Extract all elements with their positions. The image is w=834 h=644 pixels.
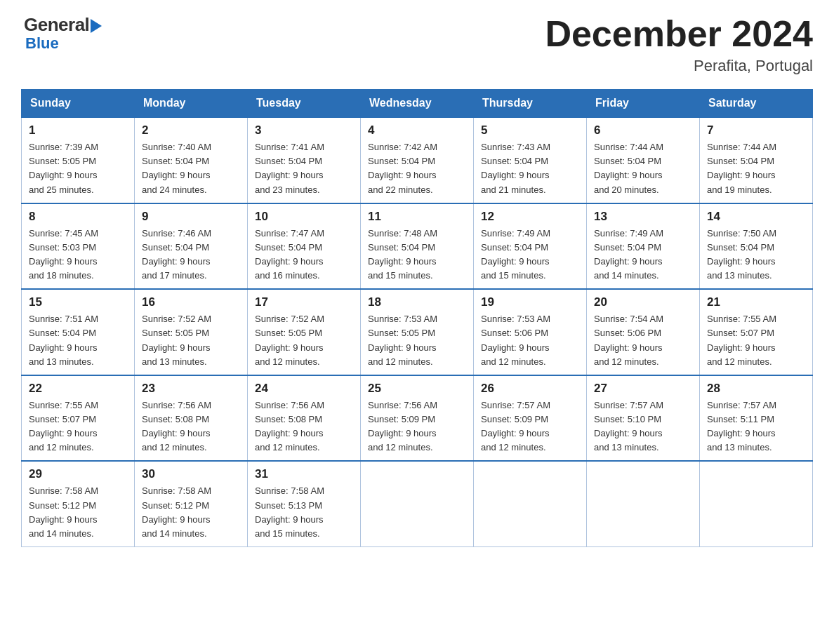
day-info: Sunrise: 7:53 AMSunset: 5:05 PMDaylight:… bbox=[368, 312, 466, 369]
day-number: 19 bbox=[481, 295, 579, 309]
calendar-cell: 17Sunrise: 7:52 AMSunset: 5:05 PMDayligh… bbox=[248, 289, 361, 375]
day-info: Sunrise: 7:48 AMSunset: 5:04 PMDaylight:… bbox=[368, 227, 466, 283]
day-number: 28 bbox=[707, 382, 805, 396]
calendar-cell: 18Sunrise: 7:53 AMSunset: 5:05 PMDayligh… bbox=[361, 289, 474, 375]
calendar-cell: 28Sunrise: 7:57 AMSunset: 5:11 PMDayligh… bbox=[700, 375, 813, 462]
day-number: 9 bbox=[142, 210, 240, 224]
week-row-3: 15Sunrise: 7:51 AMSunset: 5:04 PMDayligh… bbox=[22, 289, 813, 375]
day-number: 17 bbox=[255, 295, 353, 309]
calendar-cell: 24Sunrise: 7:56 AMSunset: 5:08 PMDayligh… bbox=[248, 375, 361, 462]
calendar-cell: 27Sunrise: 7:57 AMSunset: 5:10 PMDayligh… bbox=[587, 375, 700, 462]
location-subtitle: Perafita, Portugal bbox=[545, 57, 813, 75]
day-number: 31 bbox=[255, 467, 353, 481]
calendar-cell: 22Sunrise: 7:55 AMSunset: 5:07 PMDayligh… bbox=[22, 375, 135, 462]
day-info: Sunrise: 7:52 AMSunset: 5:05 PMDaylight:… bbox=[142, 312, 240, 369]
day-info: Sunrise: 7:57 AMSunset: 5:09 PMDaylight:… bbox=[481, 398, 579, 455]
logo-blue-text: Blue bbox=[24, 36, 102, 51]
week-row-2: 8Sunrise: 7:45 AMSunset: 5:03 PMDaylight… bbox=[22, 203, 813, 290]
calendar-cell: 15Sunrise: 7:51 AMSunset: 5:04 PMDayligh… bbox=[22, 289, 135, 375]
day-info: Sunrise: 7:42 AMSunset: 5:04 PMDaylight:… bbox=[368, 140, 466, 197]
day-number: 24 bbox=[255, 382, 353, 396]
day-info: Sunrise: 7:57 AMSunset: 5:11 PMDaylight:… bbox=[707, 398, 805, 455]
calendar-cell: 26Sunrise: 7:57 AMSunset: 5:09 PMDayligh… bbox=[474, 375, 587, 462]
day-info: Sunrise: 7:56 AMSunset: 5:09 PMDaylight:… bbox=[368, 398, 466, 455]
weekday-header-row: SundayMondayTuesdayWednesdayThursdayFrid… bbox=[22, 90, 813, 118]
day-info: Sunrise: 7:53 AMSunset: 5:06 PMDaylight:… bbox=[481, 312, 579, 369]
day-number: 10 bbox=[255, 210, 353, 224]
calendar-cell: 20Sunrise: 7:54 AMSunset: 5:06 PMDayligh… bbox=[587, 289, 700, 375]
day-number: 11 bbox=[368, 210, 466, 224]
day-info: Sunrise: 7:58 AMSunset: 5:12 PMDaylight:… bbox=[29, 484, 127, 541]
day-number: 30 bbox=[142, 467, 240, 481]
day-number: 13 bbox=[594, 210, 692, 224]
calendar-cell: 30Sunrise: 7:58 AMSunset: 5:12 PMDayligh… bbox=[135, 461, 248, 546]
day-number: 29 bbox=[29, 467, 127, 481]
calendar-cell: 2Sunrise: 7:40 AMSunset: 5:04 PMDaylight… bbox=[135, 117, 248, 203]
calendar-cell: 29Sunrise: 7:58 AMSunset: 5:12 PMDayligh… bbox=[22, 461, 135, 546]
day-number: 14 bbox=[707, 210, 805, 224]
calendar-cell bbox=[700, 461, 813, 546]
day-number: 18 bbox=[368, 295, 466, 309]
day-number: 4 bbox=[368, 123, 466, 137]
day-info: Sunrise: 7:45 AMSunset: 5:03 PMDaylight:… bbox=[29, 227, 127, 283]
calendar-cell: 8Sunrise: 7:45 AMSunset: 5:03 PMDaylight… bbox=[22, 203, 135, 290]
weekday-header-wednesday: Wednesday bbox=[361, 90, 474, 118]
day-info: Sunrise: 7:57 AMSunset: 5:10 PMDaylight:… bbox=[594, 398, 692, 455]
day-number: 7 bbox=[707, 123, 805, 137]
calendar-cell bbox=[474, 461, 587, 546]
weekday-header-friday: Friday bbox=[587, 90, 700, 118]
calendar-cell: 5Sunrise: 7:43 AMSunset: 5:04 PMDaylight… bbox=[474, 117, 587, 203]
calendar-cell: 16Sunrise: 7:52 AMSunset: 5:05 PMDayligh… bbox=[135, 289, 248, 375]
day-number: 22 bbox=[29, 382, 127, 396]
day-info: Sunrise: 7:44 AMSunset: 5:04 PMDaylight:… bbox=[594, 140, 692, 197]
day-info: Sunrise: 7:49 AMSunset: 5:04 PMDaylight:… bbox=[594, 227, 692, 283]
logo-general-text: General bbox=[24, 14, 89, 36]
page-header: General Blue December 2024 Perafita, Por… bbox=[21, 14, 813, 75]
day-number: 8 bbox=[29, 210, 127, 224]
day-number: 21 bbox=[707, 295, 805, 309]
week-row-5: 29Sunrise: 7:58 AMSunset: 5:12 PMDayligh… bbox=[22, 461, 813, 546]
calendar-cell: 11Sunrise: 7:48 AMSunset: 5:04 PMDayligh… bbox=[361, 203, 474, 290]
calendar-cell: 6Sunrise: 7:44 AMSunset: 5:04 PMDaylight… bbox=[587, 117, 700, 203]
day-info: Sunrise: 7:58 AMSunset: 5:12 PMDaylight:… bbox=[142, 484, 240, 541]
calendar-cell: 7Sunrise: 7:44 AMSunset: 5:04 PMDaylight… bbox=[700, 117, 813, 203]
day-info: Sunrise: 7:50 AMSunset: 5:04 PMDaylight:… bbox=[707, 227, 805, 283]
month-title: December 2024 bbox=[545, 14, 813, 54]
logo: General Blue bbox=[21, 14, 102, 51]
weekday-header-saturday: Saturday bbox=[700, 90, 813, 118]
day-info: Sunrise: 7:56 AMSunset: 5:08 PMDaylight:… bbox=[255, 398, 353, 455]
day-info: Sunrise: 7:55 AMSunset: 5:07 PMDaylight:… bbox=[29, 398, 127, 455]
weekday-header-monday: Monday bbox=[135, 90, 248, 118]
calendar-cell: 25Sunrise: 7:56 AMSunset: 5:09 PMDayligh… bbox=[361, 375, 474, 462]
day-number: 23 bbox=[142, 382, 240, 396]
day-info: Sunrise: 7:39 AMSunset: 5:05 PMDaylight:… bbox=[29, 140, 127, 197]
day-info: Sunrise: 7:54 AMSunset: 5:06 PMDaylight:… bbox=[594, 312, 692, 369]
day-info: Sunrise: 7:55 AMSunset: 5:07 PMDaylight:… bbox=[707, 312, 805, 369]
day-info: Sunrise: 7:44 AMSunset: 5:04 PMDaylight:… bbox=[707, 140, 805, 197]
calendar-cell: 3Sunrise: 7:41 AMSunset: 5:04 PMDaylight… bbox=[248, 117, 361, 203]
title-block: December 2024 Perafita, Portugal bbox=[545, 14, 813, 75]
day-number: 15 bbox=[29, 295, 127, 309]
day-number: 6 bbox=[594, 123, 692, 137]
day-number: 2 bbox=[142, 123, 240, 137]
day-info: Sunrise: 7:56 AMSunset: 5:08 PMDaylight:… bbox=[142, 398, 240, 455]
day-info: Sunrise: 7:43 AMSunset: 5:04 PMDaylight:… bbox=[481, 140, 579, 197]
day-info: Sunrise: 7:49 AMSunset: 5:04 PMDaylight:… bbox=[481, 227, 579, 283]
calendar-cell: 12Sunrise: 7:49 AMSunset: 5:04 PMDayligh… bbox=[474, 203, 587, 290]
weekday-header-sunday: Sunday bbox=[22, 90, 135, 118]
day-number: 20 bbox=[594, 295, 692, 309]
weekday-header-thursday: Thursday bbox=[474, 90, 587, 118]
calendar-cell: 13Sunrise: 7:49 AMSunset: 5:04 PMDayligh… bbox=[587, 203, 700, 290]
day-number: 25 bbox=[368, 382, 466, 396]
calendar-table: SundayMondayTuesdayWednesdayThursdayFrid… bbox=[21, 89, 813, 547]
day-number: 3 bbox=[255, 123, 353, 137]
day-info: Sunrise: 7:51 AMSunset: 5:04 PMDaylight:… bbox=[29, 312, 127, 369]
calendar-cell: 19Sunrise: 7:53 AMSunset: 5:06 PMDayligh… bbox=[474, 289, 587, 375]
calendar-cell bbox=[587, 461, 700, 546]
day-number: 16 bbox=[142, 295, 240, 309]
weekday-header-tuesday: Tuesday bbox=[248, 90, 361, 118]
calendar-cell: 14Sunrise: 7:50 AMSunset: 5:04 PMDayligh… bbox=[700, 203, 813, 290]
calendar-cell: 4Sunrise: 7:42 AMSunset: 5:04 PMDaylight… bbox=[361, 117, 474, 203]
calendar-cell: 10Sunrise: 7:47 AMSunset: 5:04 PMDayligh… bbox=[248, 203, 361, 290]
day-info: Sunrise: 7:52 AMSunset: 5:05 PMDaylight:… bbox=[255, 312, 353, 369]
